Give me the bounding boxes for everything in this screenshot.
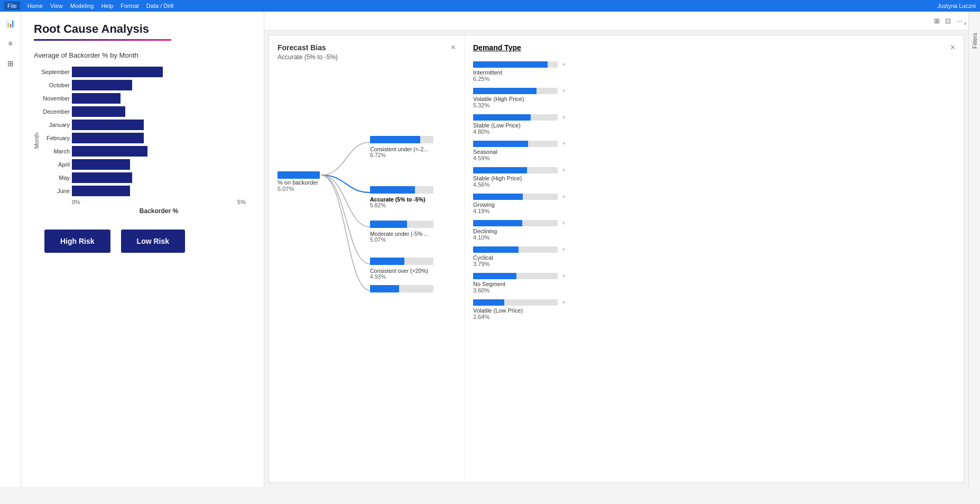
low-risk-button[interactable]: Low Risk <box>121 230 185 253</box>
panels-container: Forecast Bias × Accurate (5% to -5%) % o… <box>269 35 964 483</box>
demand-bar-fill <box>473 246 519 253</box>
demand-expand-plus[interactable]: + <box>562 299 566 306</box>
appbar-item-data/drill[interactable]: Data / Drill <box>146 3 173 9</box>
bar-label: October <box>34 82 70 88</box>
appbar-item-view[interactable]: View <box>50 3 63 9</box>
left-panel: Root Cause Analysis Average of Backorder… <box>21 12 264 487</box>
svg-text:% on backorder: % on backorder <box>278 179 318 186</box>
user-name: Justyna Luczni <box>937 3 976 9</box>
bar-fill <box>72 93 121 104</box>
svg-rect-13 <box>370 221 407 228</box>
demand-bar-fill <box>473 194 523 200</box>
bar-label: September <box>34 69 70 75</box>
demand-bar-row: + <box>473 246 955 253</box>
svg-text:5.07%: 5.07% <box>278 186 294 192</box>
demand-bar-row: + <box>473 87 955 95</box>
forecast-bias-close[interactable]: × <box>451 43 456 52</box>
demand-bar-track <box>473 220 558 226</box>
demand-item-value: 3.60% <box>473 287 955 294</box>
demand-bar-track <box>473 88 558 94</box>
demand-expand-plus[interactable]: + <box>562 61 566 68</box>
svg-text:5.07%: 5.07% <box>370 236 386 243</box>
demand-item-name: Growing <box>473 201 955 208</box>
expand-icon[interactable]: ⊡ <box>945 17 951 25</box>
demand-item-name: Intermittent <box>473 69 955 76</box>
side-icon-grid[interactable]: ⊞ <box>3 56 18 71</box>
svg-rect-9 <box>370 186 415 194</box>
chevron-right-icon[interactable]: › <box>964 19 966 27</box>
bar-row: November <box>72 93 246 104</box>
bar-fill <box>72 146 147 157</box>
bar-row: January <box>72 120 246 130</box>
demand-bar-track <box>473 114 558 121</box>
demand-expand-plus[interactable]: + <box>562 246 566 253</box>
svg-rect-17 <box>370 258 404 265</box>
appbar-item-help[interactable]: Help <box>101 3 113 9</box>
appbar-item-file[interactable]: File <box>4 2 20 10</box>
demand-bar-row: + <box>473 272 955 280</box>
buttons-row: High Risk Low Risk <box>34 230 251 253</box>
bar-label: December <box>34 108 70 115</box>
demand-expand-plus[interactable]: + <box>562 272 566 280</box>
side-icon-chart[interactable]: 📊 <box>3 16 18 31</box>
panel-title: Root Cause Analysis <box>34 22 251 36</box>
demand-expand-plus[interactable]: + <box>562 193 566 200</box>
demand-expand-plus[interactable]: + <box>562 87 566 95</box>
demand-expand-plus[interactable]: + <box>562 219 566 227</box>
svg-text:5.82%: 5.82% <box>370 202 386 208</box>
bar-chart-area: Month SeptemberOctoberNovemberDecemberJa… <box>34 67 251 215</box>
appbar-item-modeling[interactable]: Modeling <box>70 3 94 9</box>
demand-expand-plus[interactable]: + <box>562 167 566 174</box>
demand-item-value: 2.64% <box>473 314 955 320</box>
svg-rect-21 <box>370 285 399 292</box>
demand-bar-track <box>473 273 558 279</box>
demand-item-name: Stable (High Price) <box>473 175 955 181</box>
bar-row: October <box>72 80 246 90</box>
demand-bar-row: + <box>473 114 955 121</box>
bar-label: January <box>34 122 70 128</box>
demand-bar-fill <box>473 220 522 226</box>
demand-bar-fill <box>473 141 528 147</box>
demand-bar-row: + <box>473 219 955 227</box>
demand-item-name: Volatile (Low Price) <box>473 307 955 314</box>
demand-bar-track <box>473 167 558 173</box>
high-risk-button[interactable]: High Risk <box>44 230 110 253</box>
demand-item-name: No Segment <box>473 281 955 287</box>
demand-expand-plus[interactable]: + <box>562 114 566 121</box>
side-icon-table[interactable]: ≡ <box>3 36 18 51</box>
forecast-bias-subtitle: Accurate (5% to -5%) <box>278 53 456 61</box>
demand-item-value: 4.10% <box>473 234 955 241</box>
appbar-item-home[interactable]: Home <box>27 3 43 9</box>
demand-bar-track <box>473 141 558 147</box>
x-axis-label: Backorder % <box>72 207 246 215</box>
bar-fill <box>72 120 144 130</box>
demand-type-panel: Demand Type × +Intermittent6.25%+Volatil… <box>465 35 964 482</box>
demand-bar-fill <box>473 273 516 279</box>
demand-item-value: 4.59% <box>473 155 955 161</box>
bar-row: December <box>72 106 246 117</box>
svg-text:Moderate over (5% to ...: Moderate over (5% to ... <box>370 295 430 296</box>
bar-fill <box>72 133 144 143</box>
bar-chart-rows: SeptemberOctoberNovemberDecemberJanuaryF… <box>72 67 246 196</box>
demand-type-close[interactable]: × <box>950 43 955 52</box>
demand-item: +Volatile (High Price)5.32% <box>473 87 955 108</box>
appbar-item-format[interactable]: Format <box>121 3 139 9</box>
demand-expand-plus[interactable]: + <box>562 140 566 148</box>
ellipsis-icon[interactable]: ··· <box>956 17 962 25</box>
bar-label: March <box>34 148 70 154</box>
filter-icon[interactable]: ⊞ <box>934 17 940 25</box>
demand-item-name: Stable (Low Price) <box>473 122 955 129</box>
demand-bar-row: + <box>473 193 955 200</box>
decomp-svg: % on backorder 5.07% <box>278 74 457 296</box>
demand-bar-row: + <box>473 167 955 174</box>
demand-header: Demand Type × <box>473 43 955 52</box>
right-sidebar[interactable]: Filters › <box>968 12 980 487</box>
demand-item-value: 4.56% <box>473 181 955 188</box>
demand-bar-track <box>473 246 558 253</box>
forecast-bias-panel: Forecast Bias × Accurate (5% to -5%) % o… <box>269 35 465 482</box>
demand-item: +Volatile (Low Price)2.64% <box>473 299 955 320</box>
demand-bar-row: + <box>473 61 955 68</box>
demand-item: +Intermittent6.25% <box>473 61 955 82</box>
bar-label: June <box>34 188 70 194</box>
side-icons: 📊 ≡ ⊞ <box>0 12 21 487</box>
